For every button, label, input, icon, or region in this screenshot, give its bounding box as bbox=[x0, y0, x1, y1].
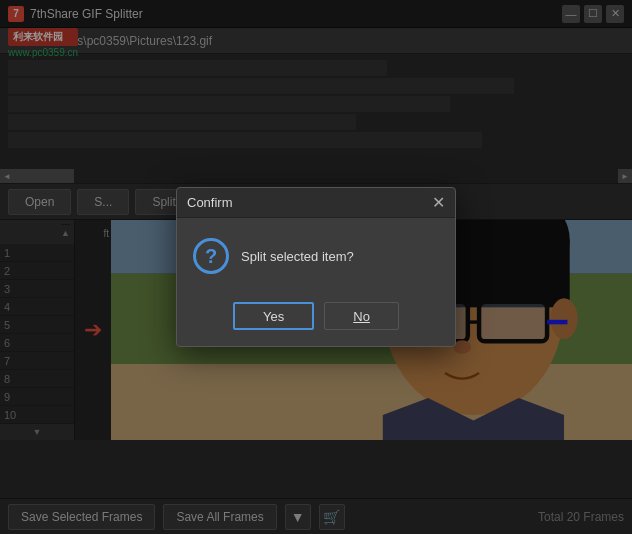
dialog-no-button[interactable]: No bbox=[324, 302, 399, 330]
dialog-title: Confirm bbox=[187, 195, 233, 210]
dialog-footer: Yes No bbox=[177, 294, 455, 346]
modal-overlay: Confirm ✕ ? Split selected item? Yes No bbox=[0, 0, 632, 534]
dialog-close-button[interactable]: ✕ bbox=[432, 195, 445, 211]
no-underline: No bbox=[353, 309, 370, 324]
dialog-message: Split selected item? bbox=[241, 249, 354, 264]
dialog-title-bar: Confirm ✕ bbox=[177, 188, 455, 218]
dialog-question-icon: ? bbox=[193, 238, 229, 274]
confirm-dialog: Confirm ✕ ? Split selected item? Yes No bbox=[176, 187, 456, 347]
question-mark: ? bbox=[205, 245, 217, 268]
dialog-yes-button[interactable]: Yes bbox=[233, 302, 314, 330]
dialog-body: ? Split selected item? bbox=[177, 218, 455, 294]
